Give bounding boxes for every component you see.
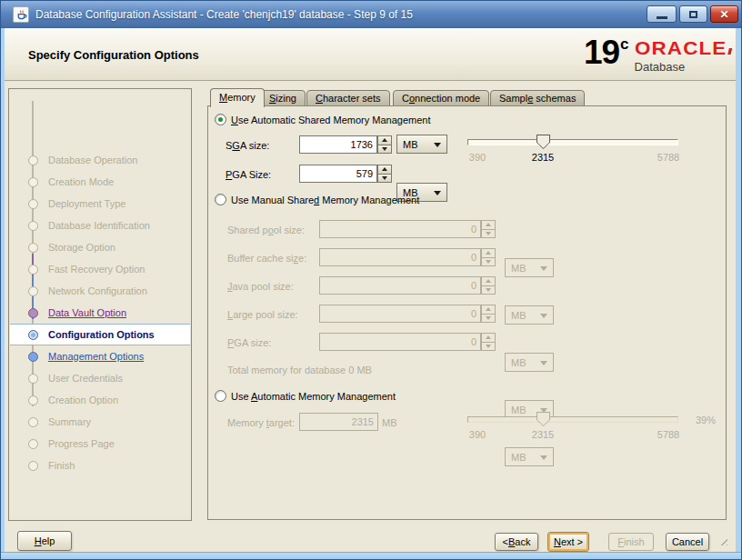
asmm-radio[interactable]	[215, 114, 226, 125]
tab-memory[interactable]: Memory	[210, 88, 265, 107]
sidebar-step-database-operation: Database Operation	[10, 149, 190, 171]
step-circle-icon	[28, 308, 38, 318]
amm-radio[interactable]	[215, 390, 226, 402]
memory-target-input	[299, 413, 378, 431]
tab-sizing[interactable]: Sizing	[260, 90, 306, 106]
pga-size-spinner[interactable]	[377, 165, 392, 183]
manual-pool-input	[319, 220, 481, 238]
manual-pool-label: PGA size:	[227, 337, 271, 348]
close-icon: ✕	[719, 9, 728, 20]
step-label: Data Vault Option	[48, 307, 126, 318]
cancel-button[interactable]: Cancel	[666, 533, 709, 551]
manual-pool-spinner	[481, 220, 496, 238]
manual-pool-spinner	[481, 333, 496, 351]
sga-unit-combobox[interactable]: MB	[396, 135, 447, 154]
oracle-wordmark: ORACLE	[635, 38, 732, 59]
step-label: Network Configuration	[48, 285, 147, 296]
back-button[interactable]: < Back	[495, 533, 538, 551]
oracle-19c-logo: 19 c ORACLE Database	[584, 32, 721, 74]
pga-size-input[interactable]	[299, 165, 377, 183]
step-label: Database Identification	[48, 220, 150, 231]
total-memory-label: Total memory for database 0 MB	[227, 365, 372, 375]
next-button[interactable]: Next >	[547, 532, 589, 552]
sidebar-step-creation-mode: Creation Mode	[10, 171, 190, 193]
step-circle-icon	[28, 439, 38, 449]
resize-grip[interactable]	[715, 533, 727, 545]
manual-pool-unit-combobox: MB	[505, 447, 554, 466]
window-title: Database Configuration Assistant - Creat…	[35, 1, 413, 28]
manual-pool-label: Buffer cache size:	[227, 253, 306, 264]
sga-size-spinner[interactable]	[377, 135, 392, 154]
sidebar-step-configuration-options: Configuration Options	[10, 324, 190, 345]
chevron-down-icon	[540, 266, 547, 271]
sga-size-input[interactable]	[299, 135, 377, 154]
pga-size-label: PGA Size:	[226, 169, 271, 180]
step-circle-icon	[28, 330, 38, 340]
step-circle-icon	[28, 461, 38, 471]
step-circle-icon	[28, 352, 38, 362]
spinner-up-icon	[382, 138, 387, 142]
trademark-tick-icon	[727, 48, 732, 55]
step-label: Configuration Options	[48, 329, 155, 340]
sidebar-step-summary: Summary	[10, 411, 190, 433]
manual-pool-unit-combobox: MB	[505, 353, 554, 372]
manual-pool-spinner	[481, 248, 496, 266]
tab-connection-mode[interactable]: Connection mode	[393, 90, 489, 106]
step-label: Progress Page	[48, 438, 115, 449]
manual-pool-input	[319, 305, 481, 323]
step-label: Deployment Type	[48, 198, 125, 209]
step-circle-icon	[28, 243, 38, 253]
logo-c: c	[620, 35, 628, 55]
memory-tab-panel: Use Automatic Shared Memory Management S…	[207, 105, 727, 520]
step-label: Database Operation	[48, 155, 137, 165]
help-button[interactable]: Help	[17, 531, 72, 551]
amm-radio-label: Use Automatic Memory Management	[231, 391, 396, 402]
manual-pool-spinner	[481, 276, 496, 295]
amm-slider-track	[467, 416, 678, 423]
minimize-icon	[657, 16, 667, 19]
memory-target-unit: MB	[382, 417, 397, 428]
maximize-icon	[689, 11, 697, 18]
sidebar-step-finish: Finish	[10, 455, 190, 476]
manual-pool-spinner	[481, 305, 496, 323]
sidebar-step-management-options[interactable]: Management Options	[10, 345, 190, 367]
manual-pool-input	[319, 248, 481, 266]
step-circle-icon	[28, 221, 38, 231]
close-button[interactable]: ✕	[710, 5, 738, 23]
manual-pool-label: Large pool size:	[227, 309, 298, 320]
sidebar-step-progress-page: Progress Page	[10, 433, 190, 455]
spinner-down-icon	[486, 288, 491, 292]
spinner-down-icon	[486, 316, 491, 320]
tab-character-sets[interactable]: Character sets	[306, 90, 390, 106]
step-label: Summary	[48, 416, 91, 427]
msmm-radio-label: Use Manual Shared Memory Management	[231, 195, 419, 205]
spinner-up-icon	[486, 279, 491, 283]
tab-sample-schemas[interactable]: Sample schemas	[490, 90, 585, 106]
window-bottom-border	[1, 552, 742, 559]
step-circle-icon	[28, 265, 38, 275]
amm-slider-max: 5788	[657, 429, 679, 440]
sga-slider-min: 390	[469, 152, 486, 163]
msmm-radio[interactable]	[215, 194, 226, 205]
asmm-radio-label: Use Automatic Shared Memory Management	[231, 115, 431, 125]
sidebar-step-network-configuration: Network Configuration	[10, 280, 190, 302]
amm-slider-min: 390	[469, 429, 486, 440]
logo-19: 19	[584, 32, 619, 74]
manual-pool-input	[319, 333, 481, 351]
finish-button: Finish	[608, 533, 654, 551]
minimize-button[interactable]	[647, 5, 677, 23]
step-label: Management Options	[48, 351, 144, 362]
dbca-window: Database Configuration Assistant - Creat…	[0, 0, 742, 560]
spinner-down-icon	[486, 232, 491, 235]
memory-target-label: Memory target:	[227, 417, 295, 428]
sga-slider-max: 5788	[657, 152, 679, 163]
sidebar-step-user-credentials: User Credentials	[10, 367, 190, 389]
sga-slider-track[interactable]	[467, 139, 678, 145]
chevron-down-icon	[540, 361, 547, 365]
titlebar[interactable]: Database Configuration Assistant - Creat…	[1, 1, 742, 28]
chevron-down-icon	[540, 455, 547, 460]
step-circle-icon	[28, 199, 38, 209]
maximize-button[interactable]	[679, 5, 707, 23]
sidebar-step-data-vault-option[interactable]: Data Vault Option	[10, 302, 190, 324]
amm-slider-current: 2315	[532, 429, 554, 440]
